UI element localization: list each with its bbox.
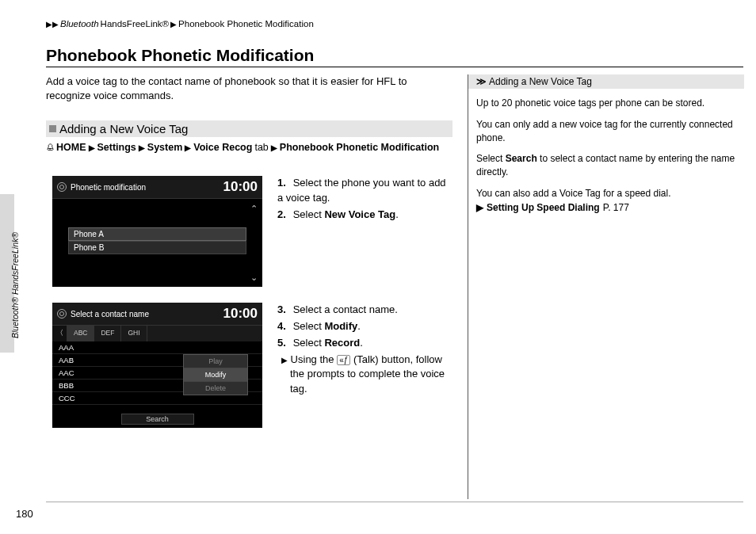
section-heading: Adding a New Voice Tag [46,120,452,137]
list-item[interactable]: AAA [52,341,262,354]
screen-title: Phonetic modification [71,183,146,192]
breadcrumb-seg: HandsFreeLink® [101,19,169,29]
xref-link[interactable]: Setting Up Speed Dialing [487,202,600,213]
ui-term: Record [324,337,360,349]
ui-term: New Voice Tag [324,208,395,220]
chevron-down-icon[interactable]: ⌄ [250,273,258,283]
menu-item-delete[interactable]: Delete [184,382,247,395]
breadcrumb: ▶▶ Bluetooth HandsFreeLink® ▶ Phonebook … [46,19,314,29]
nav-step: Voice Recog [193,141,252,155]
screenshot-select-contact: Select a contact name 10:00 〈 ABC DEF GH… [52,303,262,428]
nav-step: Phonebook Phonetic Modification [280,141,439,155]
step-text: Select [293,208,325,220]
tab[interactable]: GHI [121,326,147,341]
nav-path: 🕭 HOME ▶ Settings ▶ System ▶ Voice Recog… [46,141,446,155]
xref-icon: ≫ [476,76,487,87]
ui-term: Search [506,153,537,164]
tab[interactable]: ABC [67,326,94,341]
tab[interactable]: DEF [94,326,121,341]
gear-icon [57,309,67,318]
sidebar-text: You can also add a Voice Tag for a speed… [476,187,744,200]
list-item[interactable]: Phone B [68,241,246,254]
step-list: 3. Select a contact name. 4. Select Modi… [277,303,448,397]
talk-button-icon: «ƒ [337,355,350,365]
context-menu: Play Modify Delete [183,354,248,395]
step-list: 1. Select the phone you want to add a vo… [277,176,448,224]
menu-item-play[interactable]: Play [184,355,247,368]
screen-title: Select a contact name [71,310,149,318]
arrow-icon: ▶ [89,143,95,154]
nav-step: tab [254,141,268,155]
chevron-up-icon[interactable]: ⌃ [250,204,258,214]
page-title: Phonebook Phonetic Modification [46,46,314,65]
nav-step: HOME [56,141,86,155]
step-text: Select the phone you want to add a voice… [277,177,446,204]
arrow-icon: ▶ [271,143,277,154]
clock: 10:00 [223,179,258,195]
rule [46,67,743,67]
nav-step: Settings [97,141,136,155]
screenshot-phonetic-modification: Phonetic modification 10:00 ⌃ Phone A Ph… [52,176,262,287]
sidebar-text: Up to 20 phonetic voice tags per phone c… [476,97,744,110]
arrow-icon: ▶ [185,143,191,154]
arrow-icon: ▶ [139,143,145,154]
section-heading-text: Adding a New Voice Tag [59,122,188,135]
menu-item-modify[interactable]: Modify [184,368,247,382]
breadcrumb-seg: Bluetooth [60,19,99,29]
nav-step: System [147,141,182,155]
sidebar-text: You can only add a new voice tag for the… [476,118,744,145]
search-button[interactable]: Search [121,414,194,425]
side-tab: Bluetooth® HandsFreeLink® [0,194,14,353]
side-tab-label: Bluetooth® HandsFreeLink® [10,232,20,338]
arrow-icon: ▶▶ [46,20,59,29]
sidebar-heading: Adding a New Voice Tag [489,76,592,87]
clock: 10:00 [223,306,258,322]
gear-icon [57,182,67,192]
page-number: 180 [16,508,33,520]
back-button[interactable]: 〈 [52,326,67,341]
list-item[interactable]: Phone A [68,227,246,241]
ui-term: Modify [324,320,357,332]
xref-icon: ▶ [476,202,483,213]
step-text: Select a contact name. [293,303,398,315]
sidebar-text: Select Search to select a contact name b… [476,152,744,179]
intro-text: Add a voice tag to the contact name of p… [46,74,442,103]
square-bullet-icon [49,125,56,132]
breadcrumb-seg: Phonebook Phonetic Modification [178,19,314,29]
rule [46,502,743,502]
arrow-icon: ▶ [170,20,177,29]
xref-page: P. 177 [603,202,629,213]
info-sidebar: ≫ Adding a New Voice Tag Up to 20 phonet… [468,74,744,499]
